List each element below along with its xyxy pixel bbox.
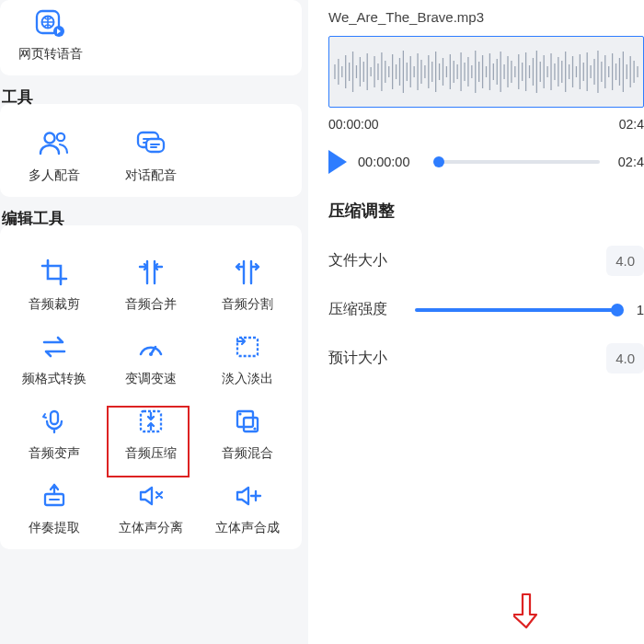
convert-icon [37, 329, 72, 364]
tool-merge[interactable]: 音频合并 [102, 255, 199, 313]
tool-pitch-speed[interactable]: 变调变速 [102, 329, 199, 387]
tool-label: 频格式转换 [22, 371, 86, 387]
tool-label: 对话配音 [125, 167, 177, 184]
tool-label: 音频混合 [222, 445, 273, 462]
svg-point-7 [149, 352, 153, 356]
gauge-icon [133, 329, 168, 364]
edit-tools-section: 编辑工具 音频裁剪 音频合并 [0, 208, 302, 549]
strength-value: 1 [637, 302, 644, 317]
svg-point-14 [254, 427, 257, 430]
tool-label: 音频裁剪 [29, 296, 80, 313]
globe-speech-icon [33, 6, 68, 40]
tool-stereo-merge[interactable]: 立体声合成 [200, 478, 296, 536]
down-arrow-icon [513, 592, 539, 629]
people-icon [37, 126, 72, 161]
est-size-label: 预计大小 [328, 349, 402, 368]
tool-mix[interactable]: 音频混合 [200, 404, 296, 462]
tool-split[interactable]: 音频分割 [200, 255, 296, 313]
play-button[interactable] [328, 150, 347, 174]
play-current-time: 00:00:00 [358, 155, 426, 169]
tool-label: 淡入淡出 [222, 371, 273, 387]
tool-label: 变调变速 [125, 371, 177, 387]
tool-multi-voice[interactable]: 多人配音 [6, 126, 102, 184]
seek-thumb[interactable] [433, 156, 444, 167]
play-total-time: 02:4 [611, 155, 644, 169]
svg-point-13 [239, 412, 242, 415]
strength-thumb[interactable] [611, 304, 624, 316]
strength-slider[interactable] [415, 308, 618, 312]
tool-label: 伴奏提取 [29, 520, 80, 536]
tool-label: 立体声分离 [119, 520, 183, 536]
tool-label: 多人配音 [29, 167, 80, 184]
file-size-value: 4.0 [606, 246, 644, 276]
strength-label: 压缩强度 [328, 300, 402, 319]
svg-point-3 [44, 133, 54, 144]
tool-voice-change[interactable]: 音频变声 [6, 404, 102, 462]
chat-icon [133, 126, 168, 161]
extract-icon [37, 478, 72, 513]
tool-label: 音频变声 [29, 445, 80, 462]
time-end: 02:4 [619, 117, 644, 132]
audio-filename: We_Are_The_Brave.mp3 [308, 9, 644, 25]
svg-point-4 [56, 133, 63, 141]
tool-format-convert[interactable]: 频格式转换 [6, 329, 102, 387]
file-size-label: 文件大小 [328, 251, 402, 270]
tool-label: 音频合并 [125, 296, 177, 313]
compress-icon [133, 404, 168, 439]
tool-trim[interactable]: 音频裁剪 [6, 255, 102, 313]
detail-pane: We_Are_The_Brave.mp3 00:00:00 02:4 00:00… [308, 0, 644, 644]
fade-icon [230, 329, 265, 364]
tool-webpage-to-speech[interactable]: 网页转语音 [0, 6, 101, 63]
split-icon [230, 255, 265, 290]
merge-icon [133, 255, 168, 290]
tool-label: 立体声合成 [215, 520, 280, 536]
tool-compress[interactable]: 音频压缩 [102, 404, 199, 462]
top-panel: 网页转语音 [0, 0, 302, 75]
tool-dialog-voice[interactable]: 对话配音 [102, 126, 199, 184]
tool-extract-accompaniment[interactable]: 伴奏提取 [6, 478, 102, 536]
tools-section: 工具 多人配音 [0, 86, 302, 197]
tool-label: 音频压缩 [125, 445, 177, 462]
tool-fade[interactable]: 淡入淡出 [200, 329, 296, 387]
tool-label: 网页转语音 [18, 46, 83, 63]
speaker-x-icon [133, 478, 168, 513]
speaker-plus-icon [230, 478, 265, 513]
mix-icon [230, 404, 265, 439]
tool-label: 音频分割 [222, 296, 273, 313]
crop-icon [37, 255, 72, 290]
mic-reload-icon [37, 404, 72, 439]
svg-rect-9 [51, 411, 58, 424]
seek-slider[interactable] [437, 160, 600, 164]
waveform[interactable] [328, 36, 644, 108]
tool-stereo-split[interactable]: 立体声分离 [102, 478, 199, 536]
est-size-value: 4.0 [606, 343, 644, 374]
compression-title: 压缩调整 [328, 200, 644, 222]
time-start: 00:00:00 [328, 117, 379, 132]
